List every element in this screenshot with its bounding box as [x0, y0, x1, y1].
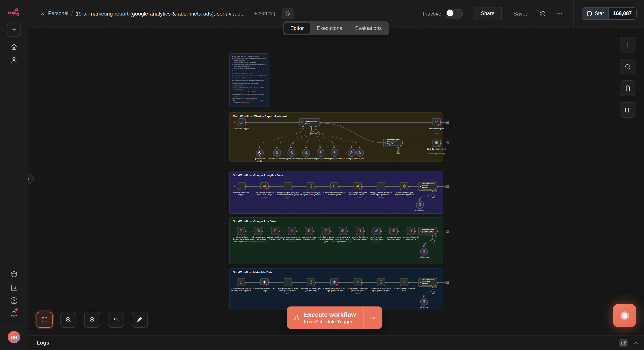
add-connection-endpoint[interactable]: +: [314, 131, 317, 134]
workflow-node[interactable]: {}: [322, 227, 330, 235]
add-connection-endpoint[interactable]: +: [432, 291, 434, 294]
workflow-node[interactable]: [260, 182, 268, 190]
add-connection-endpoint[interactable]: +: [432, 195, 434, 198]
output-dot[interactable]: [330, 231, 331, 232]
section-sub-workflow-1[interactable]: Sub-Workflow: Google Ads Data+{}Calculat…: [229, 217, 443, 264]
github-star-widget[interactable]: Star 168,087: [582, 7, 637, 20]
workflow-node[interactable]: [354, 182, 362, 190]
workflow-node[interactable]: [372, 227, 381, 235]
workflow-node[interactable]: {}: [271, 227, 279, 235]
output-dot[interactable]: [312, 231, 314, 232]
execute-workflow-button[interactable]: Execute workflow from Schedule Trigger: [287, 307, 364, 329]
output-dot[interactable]: [440, 122, 442, 123]
output-dot[interactable]: [408, 282, 410, 283]
output-dot[interactable]: [292, 282, 293, 283]
breadcrumb-project[interactable]: Personal: [48, 11, 68, 16]
output-dot[interactable]: [362, 186, 363, 187]
templates-icon[interactable]: [10, 270, 18, 279]
tab-evaluations[interactable]: Evaluations: [349, 23, 388, 34]
workflow-node[interactable]: Processing for Meta Ads ReportMessage Mo…: [418, 278, 437, 286]
home-icon[interactable]: [10, 43, 18, 51]
tidy-up-button[interactable]: [132, 312, 148, 328]
execute-options-chevron[interactable]: [364, 307, 382, 329]
workflow-title[interactable]: 19-ai-marketing-report-(google-analytics…: [76, 10, 245, 17]
n8n-logo[interactable]: [8, 6, 20, 16]
tab-executions[interactable]: Executions: [311, 23, 348, 34]
workflow-node[interactable]: [307, 278, 315, 286]
output-dot[interactable]: [315, 282, 316, 283]
output-dot[interactable]: [437, 186, 438, 187]
workflow-node[interactable]: [432, 139, 440, 147]
workflow-node[interactable]: [236, 118, 246, 126]
tool-node[interactable]: [348, 149, 356, 157]
ai-assistant-button[interactable]: [613, 304, 636, 327]
documentation-link[interactable]: Documentation: [255, 91, 264, 93]
tool-node[interactable]: [302, 149, 310, 157]
help-icon[interactable]: [10, 297, 18, 305]
output-dot[interactable]: [245, 122, 247, 123]
workflow-node[interactable]: [307, 182, 315, 190]
output-dot[interactable]: [245, 282, 246, 283]
output-dot[interactable]: [402, 142, 404, 144]
workflow-node[interactable]: [330, 278, 339, 286]
tool-node[interactable]: [420, 298, 428, 305]
workflow-node[interactable]: [288, 227, 296, 235]
workflow-node[interactable]: [236, 182, 246, 190]
tab-editor[interactable]: Editor: [284, 23, 310, 34]
output-dot[interactable]: [279, 231, 280, 232]
undo-button[interactable]: [108, 312, 124, 328]
avatar[interactable]: HH: [8, 331, 20, 343]
documentation-link[interactable]: Documentation: [240, 102, 250, 104]
workflow-node[interactable]: {}: [400, 278, 408, 286]
output-dot[interactable]: [437, 231, 438, 232]
output-dot[interactable]: [385, 186, 386, 187]
output-dot[interactable]: [320, 122, 321, 123]
workflow-node[interactable]: [432, 118, 440, 126]
workflow-node[interactable]: [284, 182, 292, 190]
sticky-note[interactable]: time trigger (e.g. every Monday at 7 a.m…: [229, 53, 269, 107]
documentation-link[interactable]: Documentation: [234, 84, 243, 86]
workflow-node[interactable]: [284, 278, 292, 286]
workflow-node[interactable]: Processing for Google Ads...Message Mode…: [418, 227, 437, 235]
workflow-node[interactable]: [339, 227, 347, 235]
edit-note-button[interactable]: [282, 8, 294, 19]
workflow-node[interactable]: [305, 227, 313, 235]
notifications-bell-icon[interactable]: [10, 310, 18, 318]
documentation-link[interactable]: Documentation: [234, 89, 243, 91]
tool-node[interactable]: [330, 149, 338, 157]
workflow-node[interactable]: {}: [330, 182, 339, 190]
output-dot[interactable]: [315, 186, 316, 187]
add-connection-endpoint[interactable]: +: [446, 281, 449, 284]
add-connection-endpoint[interactable]: +: [446, 185, 449, 188]
output-dot[interactable]: [437, 282, 438, 283]
logs-panel-header[interactable]: Logs: [28, 335, 644, 350]
section-main-workflow[interactable]: Main Workflow: Weekly Report Assistant++…: [229, 112, 443, 162]
output-dot[interactable]: [268, 186, 270, 187]
output-dot[interactable]: [362, 282, 363, 283]
output-dot[interactable]: [338, 186, 340, 187]
output-dot[interactable]: [380, 231, 382, 232]
workflow-node[interactable]: {}: [356, 227, 364, 235]
output-dot[interactable]: [440, 142, 442, 144]
tool-node[interactable]: [416, 201, 424, 209]
add-connection-endpoint[interactable]: +: [446, 229, 449, 232]
tool-node[interactable]: [256, 149, 264, 157]
workflow-node[interactable]: [400, 182, 408, 190]
fit-view-button[interactable]: [36, 312, 52, 328]
history-icon[interactable]: [539, 10, 546, 17]
workflow-node[interactable]: Processing for Telegram ReportMessage Mo…: [383, 139, 402, 147]
workflow-canvas[interactable]: time trigger (e.g. every Monday at 7 a.m…: [28, 27, 644, 336]
workflow-node[interactable]: {}: [406, 227, 415, 235]
workflow-node[interactable]: {}: [237, 278, 245, 286]
add-connection-endpoint[interactable]: +: [397, 151, 400, 154]
output-dot[interactable]: [385, 282, 386, 283]
active-toggle[interactable]: [446, 9, 463, 18]
share-button[interactable]: Share: [473, 7, 502, 20]
add-tag-button[interactable]: + Add tag: [254, 11, 275, 16]
output-dot[interactable]: [338, 282, 340, 283]
output-dot[interactable]: [296, 231, 297, 232]
output-dot[interactable]: [245, 231, 246, 232]
workflow-node[interactable]: Processing for Google Analyti...Message …: [418, 182, 437, 190]
add-sticky-note-button[interactable]: [620, 80, 635, 96]
workflow-node[interactable]: [260, 278, 268, 286]
